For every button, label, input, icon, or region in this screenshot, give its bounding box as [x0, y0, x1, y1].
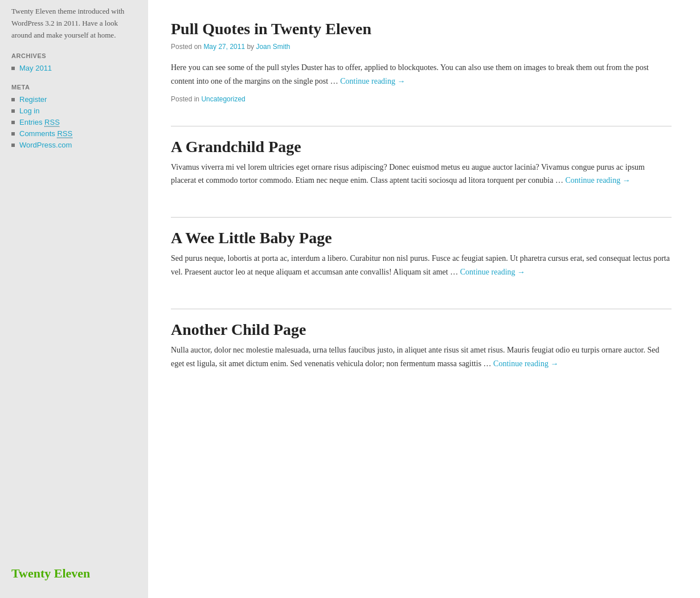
register-link[interactable]: Register — [19, 95, 47, 104]
meta-list: Register Log in Entries RSS Comments RSS… — [11, 95, 137, 149]
category-link[interactable]: Uncategorized — [201, 95, 245, 103]
bullet-icon — [11, 98, 15, 101]
bullet-icon — [11, 144, 15, 147]
post-meta: Posted on May 27, 2011 by Joan Smith — [171, 43, 672, 51]
author-link[interactable]: Joan Smith — [256, 43, 290, 51]
post-grandchild: A Grandchild Page Vivamus viverra mi vel… — [171, 138, 672, 206]
list-item: WordPress.com — [11, 141, 137, 149]
bullet-icon — [11, 67, 15, 70]
continue-reading-link[interactable]: Continue reading → — [493, 359, 558, 368]
entries-rss-link[interactable]: Entries RSS — [19, 118, 60, 126]
login-link[interactable]: Log in — [19, 107, 39, 115]
meta-title: META — [11, 84, 137, 91]
post-title: A Grandchild Page — [171, 138, 672, 156]
continue-reading-link[interactable]: Continue reading → — [565, 176, 630, 185]
post-excerpt: Here you can see some of the pull styles… — [171, 61, 672, 88]
archives-list: May 2011 — [11, 64, 137, 72]
post-divider — [171, 309, 672, 309]
post-excerpt: Nulla auctor, dolor nec molestie malesua… — [171, 343, 672, 371]
post-wee-baby: A Wee Little Baby Page Sed purus neque, … — [171, 229, 672, 297]
post-excerpt: Vivamus viverra mi vel lorem ultricies e… — [171, 161, 672, 188]
post-pull-quotes: Pull Quotes in Twenty Eleven Posted on M… — [171, 20, 672, 114]
post-title: Pull Quotes in Twenty Eleven — [171, 20, 672, 38]
sidebar: Twenty Eleven theme introduced with Word… — [0, 0, 148, 598]
continue-reading-link[interactable]: Continue reading → — [340, 77, 405, 85]
archives-title: ARCHIVES — [11, 52, 137, 59]
post-date-link[interactable]: May 27, 2011 — [203, 43, 245, 51]
sidebar-intro: Twenty Eleven theme introduced with Word… — [11, 6, 137, 41]
bullet-icon — [11, 132, 15, 136]
list-item: Entries RSS — [11, 118, 137, 126]
post-another-child: Another Child Page Nulla auctor, dolor n… — [171, 321, 672, 389]
meta-section: META Register Log in Entries RSS Comment… — [11, 84, 137, 149]
archives-may-2011-link[interactable]: May 2011 — [19, 64, 52, 72]
list-item: Log in — [11, 107, 137, 115]
list-item: Comments RSS — [11, 129, 137, 138]
post-footer: Posted in Uncategorized — [171, 95, 672, 103]
post-title: A Wee Little Baby Page — [171, 229, 672, 247]
bullet-icon — [11, 121, 15, 124]
main-content: Pull Quotes in Twenty Eleven Posted on M… — [148, 0, 700, 598]
sidebar-footer-title: Twenty Eleven — [11, 566, 90, 581]
post-divider — [171, 126, 672, 126]
post-divider — [171, 217, 672, 218]
page-wrapper: Twenty Eleven theme introduced with Word… — [0, 0, 700, 598]
comments-rss-link[interactable]: Comments RSS — [19, 129, 72, 138]
bullet-icon — [11, 109, 15, 113]
post-title: Another Child Page — [171, 321, 672, 339]
list-item: Register — [11, 95, 137, 104]
continue-reading-link[interactable]: Continue reading → — [460, 268, 525, 276]
archives-section: ARCHIVES May 2011 — [11, 52, 137, 72]
wordpress-com-link[interactable]: WordPress.com — [19, 141, 72, 149]
post-excerpt: Sed purus neque, lobortis at porta ac, i… — [171, 252, 672, 279]
list-item: May 2011 — [11, 64, 137, 72]
